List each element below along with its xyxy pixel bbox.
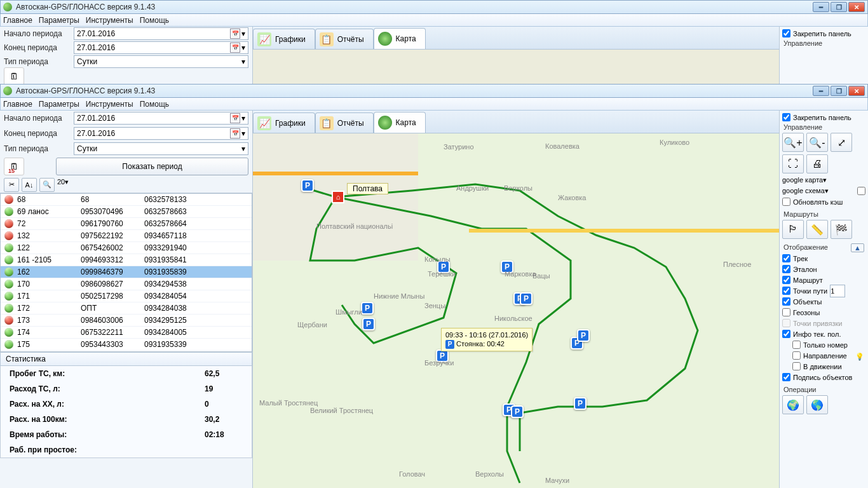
- menu-help[interactable]: Помощь: [140, 16, 169, 25]
- vehicle-row[interactable]: 170 0986098627 0934294538: [1, 278, 252, 290]
- map-canvas[interactable]: ⌂ Полтава P P P P P P P P P P P P P 09:3…: [253, 133, 779, 488]
- tab-reports[interactable]: 📋Отчёты: [315, 112, 374, 133]
- route-flag2-icon[interactable]: 🏁: [831, 220, 852, 239]
- map-style-select[interactable]: google схема▾: [782, 187, 855, 195]
- pin-panel-checkbox[interactable]: Закрепить панель: [781, 112, 867, 123]
- parking-marker[interactable]: P: [511, 405, 524, 418]
- home-marker-icon[interactable]: ⌂: [332, 191, 344, 203]
- calendar-big-icon[interactable]: 🗓15: [4, 158, 24, 175]
- vehicle-row[interactable]: 174 0675322211 0934284005: [1, 327, 252, 339]
- parking-marker[interactable]: P: [520, 292, 532, 305]
- tab-charts-back[interactable]: 📈Графики: [253, 29, 315, 49]
- pin-panel-checkbox-back[interactable]: Закрепить панель: [781, 28, 867, 39]
- type-select[interactable]: Сутки ▾: [74, 142, 248, 155]
- waypoints-value[interactable]: [830, 285, 845, 297]
- tool-sort-icon[interactable]: A↓: [22, 178, 37, 192]
- menu-tools[interactable]: Инструменты: [86, 100, 133, 109]
- calendar-icon[interactable]: 📅: [230, 43, 240, 53]
- menu-main[interactable]: Главное: [3, 16, 32, 25]
- vehicle-row[interactable]: 171 0502517298 0934284054: [1, 290, 252, 302]
- vehicle-row[interactable]: 122 0675426002 0933291940: [1, 242, 252, 254]
- parking-marker[interactable]: P: [301, 179, 314, 192]
- direction-checkbox[interactable]: Направление: [781, 350, 867, 361]
- tab-charts[interactable]: 📈Графики: [253, 112, 315, 133]
- menu-tools[interactable]: Инструменты: [86, 16, 133, 25]
- bind-points-checkbox[interactable]: Точки привязки: [781, 318, 867, 329]
- status-dot-icon: [4, 195, 13, 204]
- start-date-input-back[interactable]: 27.01.2016 📅▾: [74, 27, 248, 40]
- route-flag1-icon[interactable]: 🏳: [782, 220, 804, 239]
- tool-cut-icon[interactable]: ✂: [4, 178, 19, 192]
- vehicle-row[interactable]: 172 ОПТ 0934284038: [1, 302, 252, 315]
- close-button-back[interactable]: ✕: [848, 2, 865, 12]
- show-period-button[interactable]: Показать период: [56, 158, 248, 175]
- tool-search-icon[interactable]: 🔍: [39, 178, 55, 192]
- zoom-out-icon[interactable]: 🔍-: [806, 133, 828, 152]
- maximize-button-back[interactable]: ❐: [831, 2, 847, 12]
- vehicle-row[interactable]: 175 0953443303 0931935339: [1, 339, 252, 351]
- objects-checkbox[interactable]: Объекты: [781, 296, 867, 307]
- app-title: Автоскан-GPS/ГЛОНАСС версия 9.1.43: [16, 3, 155, 11]
- end-date-input-back[interactable]: 27.01.2016 📅▾: [74, 41, 248, 54]
- info-current-checkbox[interactable]: Инфо тек. пол.: [781, 329, 867, 339]
- refresh-cache-checkbox[interactable]: Обновлять кэш: [781, 196, 867, 207]
- maximize-button[interactable]: ❐: [831, 86, 847, 96]
- calendar-icon[interactable]: 📅: [230, 113, 240, 123]
- vehicle-row[interactable]: 68 68 0632578133: [1, 194, 252, 206]
- moving-checkbox[interactable]: В движении: [781, 361, 867, 372]
- op-globe2-icon[interactable]: 🌎: [806, 395, 828, 414]
- menu-params[interactable]: Параметры: [39, 16, 79, 25]
- vehicle-row[interactable]: 72 0961790760 0632578664: [1, 218, 252, 230]
- parking-marker[interactable]: P: [577, 329, 590, 342]
- minimize-button-back[interactable]: ━: [813, 2, 829, 12]
- vehicle-col3: 0931935339: [144, 340, 252, 349]
- menu-main[interactable]: Главное: [3, 100, 32, 109]
- waypoints-checkbox[interactable]: Точки пути: [781, 285, 867, 296]
- zoom-in-icon[interactable]: 🔍+: [782, 133, 804, 152]
- fit-icon[interactable]: ⛶: [782, 154, 804, 173]
- titlebar-back: Автоскан-GPS/ГЛОНАСС версия 9.1.43 ━ ❐ ✕: [0, 0, 868, 14]
- geozones-checkbox[interactable]: Геозоны: [781, 307, 867, 318]
- print-icon[interactable]: 🖨: [806, 154, 828, 173]
- collapse-icon[interactable]: ▲: [851, 243, 864, 252]
- vehicle-row[interactable]: 69 ланос 0953070496 0632578663: [1, 206, 252, 218]
- calendar-icon[interactable]: 📅: [230, 128, 240, 139]
- vehicle-row[interactable]: 173 0984603006 0934295125: [1, 315, 252, 327]
- tab-reports-back[interactable]: 📋Отчёты: [315, 29, 374, 49]
- route-checkbox[interactable]: Маршрут: [781, 274, 867, 285]
- vehicle-list[interactable]: 68 68 0632578133 69 ланос 0953070496 063…: [0, 193, 252, 352]
- calendar-icon[interactable]: 📅: [230, 29, 240, 39]
- parking-marker[interactable]: P: [362, 318, 375, 330]
- calendar-big-icon[interactable]: 🗓: [4, 67, 24, 85]
- menu-help[interactable]: Помощь: [140, 100, 169, 109]
- bulb-icon[interactable]: 💡: [855, 353, 864, 361]
- menu-params[interactable]: Параметры: [39, 100, 79, 109]
- type-select-back[interactable]: Сутки ▾: [74, 55, 248, 68]
- op-globe1-icon[interactable]: 🌍: [782, 395, 804, 414]
- app-icon: [3, 86, 12, 95]
- labels-checkbox[interactable]: Подпись объектов: [781, 372, 867, 383]
- fullscreen-icon[interactable]: ⤢: [831, 133, 852, 152]
- vehicle-row[interactable]: 161 -2105 0994693312 0931935841: [1, 254, 252, 266]
- number-only-checkbox[interactable]: Только номер: [781, 339, 867, 350]
- minimize-button[interactable]: ━: [813, 86, 829, 96]
- end-date-input[interactable]: 27.01.2016 📅▾: [74, 127, 248, 140]
- parking-marker[interactable]: P: [361, 302, 374, 315]
- tab-map-back[interactable]: Карта: [374, 28, 426, 49]
- route-measure-icon[interactable]: 📏: [806, 220, 828, 239]
- start-date-input[interactable]: 27.01.2016 📅▾: [74, 112, 248, 125]
- close-button[interactable]: ✕: [848, 86, 865, 96]
- vehicle-col3: 0934284054: [144, 292, 252, 301]
- tab-map[interactable]: Карта: [374, 112, 426, 133]
- status-dot-icon: [4, 304, 13, 313]
- vehicle-row[interactable]: 132 0975622192 0934657118: [1, 230, 252, 242]
- map-type-select[interactable]: google карта▾: [782, 176, 865, 184]
- track-checkbox[interactable]: Трек: [781, 253, 867, 264]
- parking-marker[interactable]: P: [574, 397, 587, 410]
- zoom-select[interactable]: 20▾: [57, 178, 86, 192]
- map-style-checkbox[interactable]: [857, 187, 865, 195]
- etalon-checkbox[interactable]: Эталон: [781, 264, 867, 274]
- vehicle-row[interactable]: 162 0999846379 0931935839: [1, 266, 252, 278]
- vehicle-code: 72: [17, 219, 81, 228]
- map-city-label: Копылы: [424, 255, 451, 263]
